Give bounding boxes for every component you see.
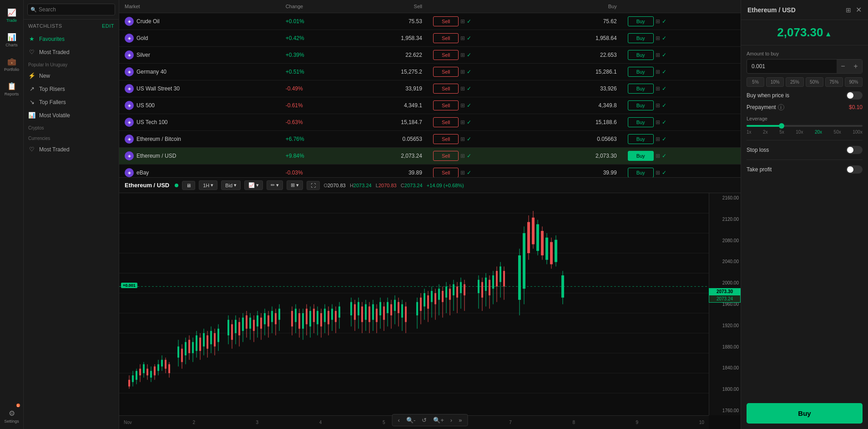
sidebar-item-top-fallers[interactable]: ↘ Top Fallers: [24, 95, 119, 109]
candles-container[interactable]: +0.001: [119, 193, 709, 415]
buy-row-button[interactable]: Buy: [628, 100, 654, 110]
monitor-icon-2[interactable]: ⊞: [656, 170, 660, 176]
monitor-icon-2[interactable]: ⊞: [656, 85, 660, 92]
monitor-icon[interactable]: ⊞: [460, 102, 465, 109]
current-price-tag2: 2073.24: [709, 295, 741, 303]
sell-button[interactable]: Sell: [433, 33, 459, 43]
table-row[interactable]: ◈ US 500 -0.61% 4,349.1 Sell ⊞ ✓ 4,349.8…: [119, 97, 741, 114]
table-row[interactable]: ◈ Crude Oil +0.01% 75.53 Sell ⊞ ✓ 75.62 …: [119, 13, 741, 30]
monitor-icon[interactable]: ⊞: [460, 35, 465, 41]
buy-row-button[interactable]: Buy: [628, 16, 654, 26]
search-input[interactable]: [27, 4, 115, 15]
buy-row-button[interactable]: Buy: [628, 33, 654, 43]
monitor-icon[interactable]: ⊞: [460, 170, 465, 176]
amount-decrease-button[interactable]: −: [837, 60, 849, 73]
sidebar-item-most-traded[interactable]: ♡ Most Traded: [24, 45, 119, 59]
chart-layers-button[interactable]: ⊞ ▾: [287, 180, 303, 190]
amount-increase-button[interactable]: +: [849, 60, 862, 73]
monitor-icon-2[interactable]: ⊞: [656, 18, 660, 25]
chart-draw-button[interactable]: ✏ ▾: [267, 180, 283, 190]
prepayment-info-icon[interactable]: i: [778, 104, 784, 110]
pct-90-button[interactable]: 90%: [845, 77, 863, 87]
monitor-icon[interactable]: ⊞: [460, 85, 465, 92]
monitor-icon-2[interactable]: ⊞: [656, 52, 660, 58]
sidebar-item-favourites[interactable]: ★ Favourites: [24, 32, 119, 45]
sell-button[interactable]: Sell: [433, 67, 459, 77]
take-profit-toggle[interactable]: [846, 165, 863, 174]
table-row[interactable]: ◈ Germany 40 +0.51% 15,275.2 Sell ⊞ ✓ 15…: [119, 64, 741, 80]
table-row[interactable]: ◈ Gold +0.42% 1,958.34 Sell ⊞ ✓ 1,958.64…: [119, 30, 741, 47]
buy-row-button[interactable]: Buy: [628, 134, 654, 144]
nav-item-trade[interactable]: 📈 Trade: [2, 4, 22, 27]
chart-reset-button[interactable]: ↺: [420, 416, 429, 424]
buy-when-toggle[interactable]: [846, 91, 863, 100]
table-row[interactable]: ◈ Ethereum / USD +9.84% 2,073.24 Sell ⊞ …: [119, 148, 741, 165]
monitor-icon-2[interactable]: ⊞: [656, 69, 660, 75]
pct-10-button[interactable]: 10%: [766, 77, 784, 87]
buy-button[interactable]: Buy: [747, 403, 863, 424]
chart-nav-end-button[interactable]: »: [457, 416, 464, 424]
chart-fullscreen-button[interactable]: ⛶: [307, 181, 320, 190]
monitor-icon[interactable]: ⊞: [460, 153, 465, 159]
stop-loss-knob: [847, 147, 853, 153]
chart-zoom-out-button[interactable]: 🔍-: [404, 416, 417, 424]
chart-nav-forward-button[interactable]: ›: [449, 416, 454, 424]
nav-item-portfolio[interactable]: 💼 Portfolio: [2, 53, 22, 76]
table-row[interactable]: ◈ Ethereum / Bitcoin +6.76% 0.05653 Sell…: [119, 131, 741, 148]
panel-close-button[interactable]: ✕: [856, 5, 862, 14]
buy-row-button[interactable]: Buy: [628, 117, 654, 127]
sell-button[interactable]: Sell: [433, 168, 459, 177]
sidebar-item-currencies-most-traded[interactable]: ♡ Most Traded: [24, 143, 119, 156]
monitor-icon-2[interactable]: ⊞: [656, 102, 660, 109]
sell-button[interactable]: Sell: [433, 151, 459, 161]
table-row[interactable]: ◈ US Tech 100 -0.63% 15,184.7 Sell ⊞ ✓ 1…: [119, 114, 741, 131]
table-row[interactable]: ◈ US Wall Street 30 -0.49% 33,919 Sell ⊞…: [119, 80, 741, 97]
sell-button[interactable]: Sell: [433, 100, 459, 110]
chart-indicator-button[interactable]: 📈 ▾: [244, 180, 263, 190]
buy-row-button[interactable]: Buy: [628, 67, 654, 77]
sell-button[interactable]: Sell: [433, 84, 459, 94]
chart-zoom-in-button[interactable]: 🔍+: [431, 416, 446, 424]
monitor-icon[interactable]: ⊞: [460, 119, 465, 125]
price-level-11: 1760.00: [711, 408, 739, 413]
sell-button[interactable]: Sell: [433, 16, 459, 26]
monitor-icon[interactable]: ⊞: [460, 136, 465, 142]
stop-loss-toggle[interactable]: [846, 146, 863, 154]
pct-50-button[interactable]: 50%: [806, 77, 823, 87]
sidebar-item-new[interactable]: ⚡ New: [24, 69, 119, 82]
chart-type-button[interactable]: Bid ▾: [221, 180, 241, 190]
sell-button[interactable]: Sell: [433, 50, 459, 60]
buy-row-button[interactable]: Buy: [628, 168, 654, 177]
chart-timeframe-button[interactable]: 1H ▾: [199, 180, 217, 190]
sidebar-item-most-volatile[interactable]: 📊 Most Volatile: [24, 109, 119, 122]
buy-row-button[interactable]: Buy: [628, 151, 654, 161]
leverage-thumb[interactable]: [779, 123, 784, 129]
monitor-icon-2[interactable]: ⊞: [656, 119, 660, 125]
sell-button[interactable]: Sell: [433, 117, 459, 127]
panel-settings-icon[interactable]: ⊞: [846, 6, 851, 14]
nav-item-reports[interactable]: 📋 Reports: [2, 77, 22, 101]
monitor-icon-2[interactable]: ⊞: [656, 153, 660, 159]
svg-rect-126: [365, 304, 367, 320]
chart-monitor-button[interactable]: 🖥: [182, 181, 195, 190]
chart-nav-back-button[interactable]: ‹: [396, 416, 402, 424]
pct-25-button[interactable]: 25%: [786, 77, 803, 87]
pct-5-button[interactable]: 5%: [747, 77, 764, 87]
leverage-track[interactable]: [747, 125, 863, 127]
monitor-icon-2[interactable]: ⊞: [656, 35, 660, 41]
sidebar-item-top-risers[interactable]: ↗ Top Risers: [24, 82, 119, 95]
pct-75-button[interactable]: 75%: [825, 77, 843, 87]
monitor-icon[interactable]: ⊞: [460, 52, 465, 58]
table-row[interactable]: ◈ eBay -0.03% 39.89 Sell ⊞ ✓ 39.99 Buy ⊞…: [119, 165, 741, 178]
nav-item-settings[interactable]: ⚙ Settings 1: [2, 404, 22, 428]
amount-input[interactable]: [747, 60, 837, 73]
monitor-icon-2[interactable]: ⊞: [656, 136, 660, 142]
buy-row-button[interactable]: Buy: [628, 50, 654, 60]
sell-button[interactable]: Sell: [433, 134, 459, 144]
nav-item-charts[interactable]: 📊 Charts: [2, 28, 22, 52]
monitor-icon[interactable]: ⊞: [460, 18, 465, 25]
edit-watchlist-button[interactable]: Edit: [102, 23, 114, 29]
monitor-icon[interactable]: ⊞: [460, 69, 465, 75]
buy-row-button[interactable]: Buy: [628, 84, 654, 94]
table-row[interactable]: ◈ Silver +0.39% 22.622 Sell ⊞ ✓ 22.653 B…: [119, 47, 741, 64]
